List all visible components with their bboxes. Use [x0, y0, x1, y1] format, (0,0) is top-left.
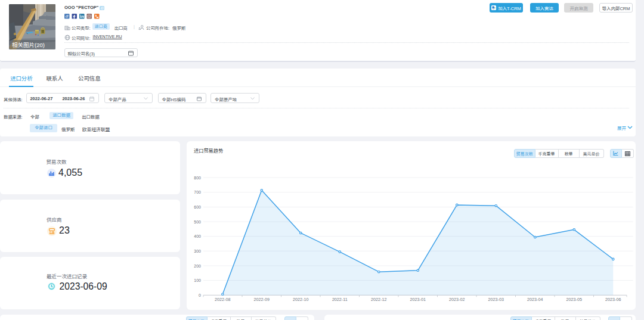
- svg-text:2022-11: 2022-11: [332, 297, 348, 302]
- svg-text:2023-02: 2023-02: [449, 297, 465, 302]
- svg-text:500: 500: [194, 220, 201, 224]
- svg-text:800: 800: [194, 176, 201, 180]
- svg-text:2022-09: 2022-09: [254, 297, 270, 302]
- svg-text:300: 300: [194, 249, 201, 253]
- svg-text:2022-10: 2022-10: [293, 297, 308, 302]
- svg-text:100: 100: [194, 278, 201, 282]
- svg-text:400: 400: [194, 234, 201, 238]
- svg-text:2023-01: 2023-01: [410, 297, 426, 302]
- svg-text:2023-06: 2023-06: [605, 297, 621, 302]
- svg-text:2022-12: 2022-12: [371, 297, 386, 302]
- svg-text:相关图片(20): 相关图片(20): [12, 41, 45, 49]
- svg-text:2023-04: 2023-04: [527, 297, 543, 302]
- svg-text:0: 0: [199, 293, 201, 297]
- svg-text:700: 700: [194, 190, 201, 194]
- svg-text:600: 600: [194, 205, 201, 209]
- svg-text:2023-05: 2023-05: [566, 297, 582, 302]
- svg-text:2022-08: 2022-08: [215, 297, 230, 302]
- svg-text:2023-03: 2023-03: [488, 297, 504, 302]
- svg-text:200: 200: [194, 264, 201, 268]
